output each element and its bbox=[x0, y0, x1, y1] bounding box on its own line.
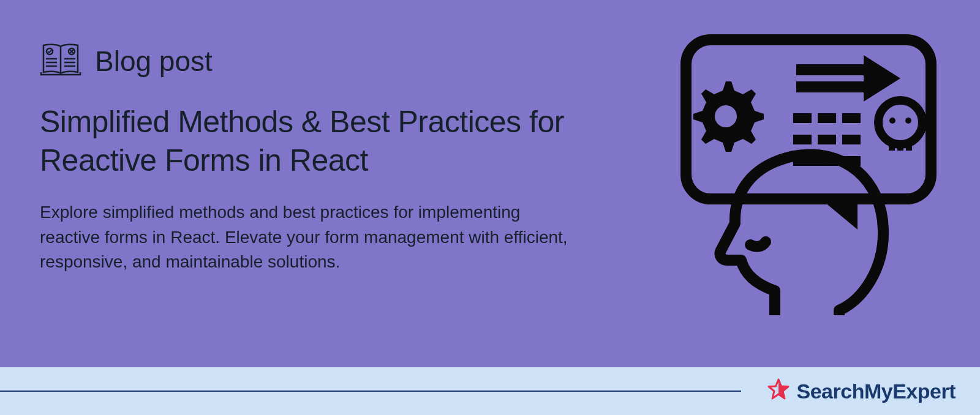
svg-rect-18 bbox=[793, 135, 812, 144]
svg-rect-17 bbox=[842, 113, 861, 123]
brand-logo: SearchMyExpert bbox=[766, 378, 956, 405]
post-description: Explore simplified methods and best prac… bbox=[40, 200, 579, 275]
svg-rect-20 bbox=[842, 135, 861, 144]
brand-name: SearchMyExpert bbox=[797, 379, 956, 403]
thinking-head-illustration bbox=[655, 28, 943, 315]
svg-rect-19 bbox=[818, 135, 836, 144]
text-column: Blog post Simplified Methods & Best Prac… bbox=[40, 43, 625, 275]
book-icon bbox=[40, 43, 81, 80]
post-title: Simplified Methods & Best Practices for … bbox=[40, 103, 625, 179]
category-label: Blog post bbox=[95, 45, 213, 78]
svg-point-24 bbox=[905, 118, 911, 124]
star-icon bbox=[766, 378, 791, 405]
svg-rect-15 bbox=[793, 113, 812, 123]
hero-section: Blog post Simplified Methods & Best Prac… bbox=[0, 0, 980, 367]
footer-divider bbox=[0, 391, 741, 392]
svg-rect-14 bbox=[796, 81, 864, 92]
svg-point-22 bbox=[878, 100, 922, 144]
svg-rect-13 bbox=[796, 64, 864, 75]
footer-bar: SearchMyExpert bbox=[0, 367, 980, 415]
svg-point-23 bbox=[889, 118, 895, 124]
category-row: Blog post bbox=[40, 43, 625, 80]
svg-rect-16 bbox=[818, 113, 836, 123]
svg-point-12 bbox=[715, 105, 737, 127]
